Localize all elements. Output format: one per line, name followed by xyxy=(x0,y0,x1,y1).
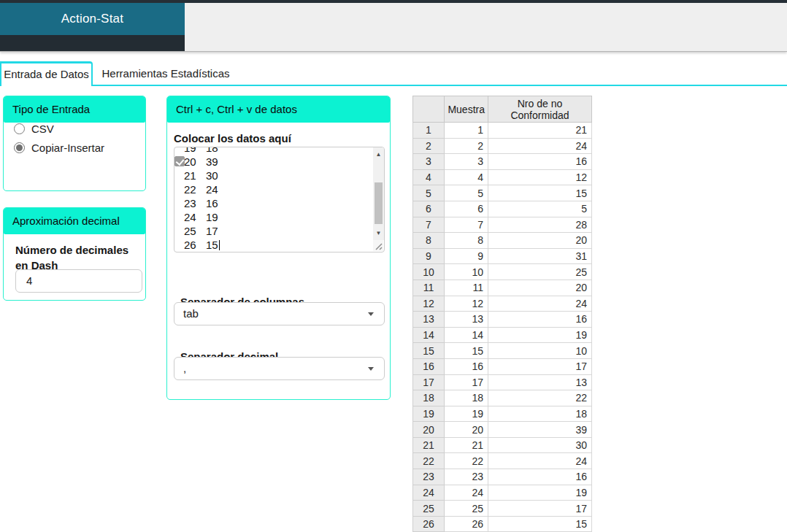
nro-no-conformidad-cell: 25 xyxy=(488,264,592,280)
row-index-cell: 14 xyxy=(413,327,445,343)
resize-grip-icon[interactable] xyxy=(373,240,383,251)
muestra-cell: 16 xyxy=(445,358,488,374)
row-index-cell: 3 xyxy=(413,154,445,170)
pasted-data-line: 2224 xyxy=(184,182,384,196)
table-row: 665 xyxy=(413,201,592,217)
pasted-data-lines: 19182039213022242316241925172615 xyxy=(174,147,384,252)
decimals-input[interactable]: 4 xyxy=(15,269,142,293)
nro-no-conformidad-cell: 17 xyxy=(488,501,592,517)
row-index-cell: 7 xyxy=(413,217,445,233)
scroll-down-icon[interactable]: ▼ xyxy=(373,228,384,239)
pasted-data-line: 2130 xyxy=(184,169,384,182)
row-index-cell: 22 xyxy=(413,453,445,469)
table-header-index xyxy=(413,96,445,123)
scroll-up-icon[interactable]: ▲ xyxy=(373,149,384,160)
pasted-data-line: 2419 xyxy=(184,210,384,224)
table-row: 121224 xyxy=(413,296,592,312)
row-index-cell: 9 xyxy=(413,248,445,264)
row-index-cell: 21 xyxy=(413,437,445,453)
scrollbar-thumb[interactable] xyxy=(375,182,383,224)
table-row: 1121 xyxy=(413,123,592,139)
row-index-cell: 20 xyxy=(413,422,445,438)
nro-no-conformidad-cell: 24 xyxy=(488,296,592,312)
top-navbar: Action-Stat xyxy=(0,0,787,52)
row-index-cell: 23 xyxy=(413,469,445,485)
muestra-cell: 21 xyxy=(445,437,488,453)
tab-herramientas-estadisticas[interactable]: Herramientas Estadísticas xyxy=(93,61,239,86)
row-index-cell: 1 xyxy=(413,123,445,139)
table-row: 2224 xyxy=(413,138,592,154)
decimal-separator-select[interactable]: , xyxy=(174,357,385,380)
nro-no-conformidad-cell: 19 xyxy=(488,485,592,501)
row-index-cell: 18 xyxy=(413,390,445,406)
chevron-down-icon xyxy=(368,312,374,316)
nro-no-conformidad-cell: 15 xyxy=(488,185,592,201)
muestra-cell: 10 xyxy=(445,264,488,280)
row-index-cell: 24 xyxy=(413,485,445,501)
nro-no-conformidad-cell: 5 xyxy=(488,201,592,217)
row-index-cell: 16 xyxy=(413,358,445,374)
nro-no-conformidad-cell: 16 xyxy=(488,154,592,170)
nro-no-conformidad-cell: 39 xyxy=(488,422,592,438)
row-index-cell: 4 xyxy=(413,169,445,185)
nro-no-conformidad-cell: 28 xyxy=(488,217,592,233)
muestra-cell: 9 xyxy=(445,248,488,264)
tab-entrada-de-datos[interactable]: Entrada de Datos xyxy=(0,61,93,86)
column-separator-select[interactable]: tab xyxy=(174,302,385,325)
paste-data-panel: Ctrl + c, Ctrl + v de datos Colocar los … xyxy=(166,96,391,400)
decimals-field-label: Número de decimales en Dash xyxy=(15,242,135,273)
table-row: 111120 xyxy=(413,280,592,296)
radio-icon[interactable] xyxy=(14,142,25,153)
radio-label-copiar-insertar: Copiar-Insertar xyxy=(31,142,104,154)
app-window: Action-Stat Entrada de Datos Herramienta… xyxy=(0,0,787,532)
text-caret xyxy=(219,240,220,250)
row-index-cell: 11 xyxy=(413,280,445,296)
pasted-data-line: 2615 xyxy=(184,238,384,252)
tab-bar: Entrada de Datos Herramientas Estadístic… xyxy=(0,61,787,86)
table-row: 101025 xyxy=(413,264,592,280)
paste-panel-title: Ctrl + c, Ctrl + v de datos xyxy=(167,96,390,123)
radio-icon[interactable] xyxy=(14,123,25,134)
muestra-cell: 22 xyxy=(445,453,488,469)
table-row: 232316 xyxy=(413,469,592,485)
nro-no-conformidad-cell: 15 xyxy=(488,516,592,532)
chevron-down-icon xyxy=(368,367,374,371)
table-row: 4412 xyxy=(413,169,592,185)
row-index-cell: 19 xyxy=(413,406,445,422)
nro-no-conformidad-cell: 19 xyxy=(488,327,592,343)
row-index-cell: 12 xyxy=(413,296,445,312)
data-table: Muestra Nro de no Conformidad 1121222433… xyxy=(412,96,592,532)
table-row: 202039 xyxy=(413,422,592,438)
nro-no-conformidad-cell: 12 xyxy=(488,169,592,185)
app-title: Action-Stat xyxy=(0,3,185,35)
muestra-cell: 12 xyxy=(445,296,488,312)
table-header-nro-no-conformidad: Nro de no Conformidad xyxy=(488,96,592,123)
radio-option-copiar-insertar[interactable]: Copiar-Insertar xyxy=(14,142,145,154)
nro-no-conformidad-cell: 22 xyxy=(488,390,592,406)
row-index-cell: 10 xyxy=(413,264,445,280)
decimal-separator-value: , xyxy=(183,362,186,374)
table-row: 7728 xyxy=(413,217,592,233)
nro-no-conformidad-cell: 16 xyxy=(488,312,592,328)
row-index-cell: 8 xyxy=(413,233,445,249)
paste-data-textarea[interactable]: 19182039213022242316241925172615 ▲ ▼ xyxy=(174,147,385,252)
nro-no-conformidad-cell: 20 xyxy=(488,233,592,249)
muestra-cell: 24 xyxy=(445,485,488,501)
table-row: 161617 xyxy=(413,358,592,374)
table-header-muestra: Muestra xyxy=(445,96,488,123)
muestra-cell: 6 xyxy=(445,201,488,217)
muestra-cell: 7 xyxy=(445,217,488,233)
nro-no-conformidad-cell: 30 xyxy=(488,437,592,453)
column-name-checkbox[interactable] xyxy=(174,156,185,166)
nro-no-conformidad-cell: 20 xyxy=(488,280,592,296)
muestra-cell: 3 xyxy=(445,154,488,170)
muestra-cell: 25 xyxy=(445,501,488,517)
table-row: 151510 xyxy=(413,343,592,359)
input-type-panel: Tipo de Entrada CSV Copiar-Insertar xyxy=(3,96,146,191)
row-index-cell: 13 xyxy=(413,312,445,328)
table-row: 252517 xyxy=(413,501,592,517)
textarea-scrollbar[interactable]: ▲ ▼ xyxy=(373,147,384,240)
radio-option-csv[interactable]: CSV xyxy=(14,123,145,135)
row-index-cell: 17 xyxy=(413,374,445,390)
muestra-cell: 18 xyxy=(445,390,488,406)
